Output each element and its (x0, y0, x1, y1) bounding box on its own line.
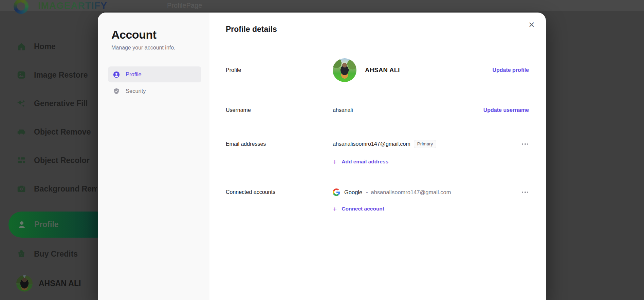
connect-account-button[interactable]: + Connect account (333, 205, 521, 213)
profile-name: AHSAN ALI (365, 66, 400, 74)
connected-accounts-row: Connected accounts Google • ahsanalisoom… (226, 176, 529, 224)
sidebar: Home Image Restore Generative Fill Objec… (16, 32, 97, 203)
sidebar-item-image-restore[interactable]: Image Restore (16, 61, 97, 89)
modal-nav-label: Security (126, 88, 146, 94)
sidebar-item-background-remove[interactable]: Background Remove (16, 175, 97, 203)
modal-nav-label: Profile (126, 71, 142, 78)
sidebar-item-label: Buy Credits (34, 249, 78, 259)
sidebar-item-label: Profile (34, 220, 59, 229)
connected-options-icon[interactable] (521, 187, 529, 198)
profile-avatar (333, 58, 356, 82)
sidebar-item-label: Object Remove (34, 127, 91, 137)
email-value: ahsanalisoomro147@gmail.com (333, 141, 410, 147)
modal-nav: Profile Security (108, 66, 201, 99)
modal-nav-security[interactable]: Security (108, 83, 201, 99)
home-icon (16, 41, 26, 52)
row-label: Email addresses (226, 139, 333, 149)
brand-name[interactable]: IMAGEARTIFY (38, 0, 107, 11)
profile-row: Profile AHSAN ALI Update profile (226, 47, 529, 93)
close-icon[interactable]: ✕ (527, 20, 536, 29)
object-remove-icon (16, 127, 26, 137)
row-label: Connected accounts (226, 187, 333, 198)
profile-value: AHSAN ALI (333, 58, 492, 82)
email-addresses-row: Email addresses ahsanalisoomro147@gmail.… (226, 127, 529, 176)
sidebar-item-profile-active[interactable]: Profile (8, 212, 110, 238)
plus-icon: + (333, 158, 337, 165)
modal-title: Account (111, 28, 201, 41)
sidebar-item-home[interactable]: Home (16, 32, 97, 61)
sidebar-item-object-remove[interactable]: Object Remove (16, 118, 97, 146)
sidebar-item-label: Object Recolor (34, 156, 90, 165)
shield-icon (113, 87, 120, 95)
person-icon (17, 220, 27, 230)
sidebar-user[interactable]: AHSAN ALI (16, 273, 81, 294)
profile-circle-icon (113, 71, 120, 78)
sidebar-item-label: Background Remove (34, 184, 97, 194)
page-title: ProfilePage (167, 2, 202, 9)
image-icon (16, 70, 26, 80)
add-email-button[interactable]: + Add email address (333, 158, 521, 166)
app-root: IMAGEARTIFY ProfilePage Home Image Resto… (0, 0, 644, 300)
provider-name: Google (344, 189, 362, 196)
add-email-label: Add email address (342, 159, 388, 165)
user-avatar (16, 275, 33, 292)
sparkles-icon (16, 98, 26, 108)
sidebar-item-generative-fill[interactable]: Generative Fill (16, 89, 97, 118)
panel-header: Profile details (226, 13, 529, 47)
camera-icon (16, 184, 26, 194)
username-row: Username ahsanali Update username (226, 93, 529, 127)
sidebar-item-label: Image Restore (34, 71, 88, 80)
modal-sidebar: Account Manage your account info. Profil… (98, 13, 209, 300)
update-profile-button[interactable]: Update profile (492, 67, 529, 73)
user-name: AHSAN ALI (39, 279, 81, 288)
modal-content: ✕ Profile details Profile AHSAN ALI Upda… (209, 13, 546, 300)
row-label: Profile (226, 67, 333, 73)
modal-nav-profile[interactable]: Profile (108, 66, 201, 82)
sidebar-item-label: Home (34, 42, 56, 51)
row-label: Username (226, 107, 333, 113)
sidebar-item-label: Generative Fill (34, 99, 88, 108)
sidebar-item-object-recolor[interactable]: Object Recolor (16, 146, 97, 175)
connect-account-label: Connect account (342, 206, 384, 212)
email-options-icon[interactable] (521, 139, 529, 149)
username-value: ahsanali (333, 107, 483, 113)
brand-logo-icon[interactable] (14, 0, 29, 14)
primary-badge: Primary (414, 140, 437, 148)
connected-email: ahsanalisoomro147@gmail.com (371, 189, 451, 196)
google-icon (333, 188, 340, 196)
panel-heading: Profile details (226, 25, 529, 34)
account-modal: Account Manage your account info. Profil… (98, 13, 546, 300)
shopping-bag-icon (16, 249, 26, 259)
object-recolor-icon (16, 155, 26, 165)
update-username-button[interactable]: Update username (483, 107, 529, 113)
email-entry: ahsanalisoomro147@gmail.com Primary (333, 139, 521, 149)
sidebar-item-buy-credits[interactable]: Buy Credits (16, 240, 78, 268)
connected-entry: Google • ahsanalisoomro147@gmail.com (333, 187, 521, 198)
modal-subtitle: Manage your account info. (111, 45, 201, 51)
plus-icon: + (333, 205, 337, 213)
separator-dot: • (366, 189, 368, 195)
